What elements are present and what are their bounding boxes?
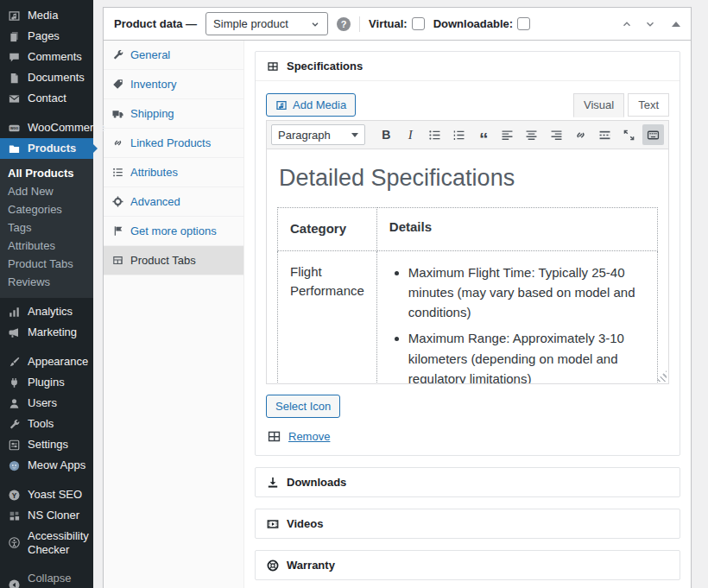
bold-button[interactable]: B (376, 124, 397, 145)
woocommerce-icon: woo (7, 121, 21, 135)
tab-linked-products[interactable]: Linked Products (104, 129, 243, 158)
section-warranty-header[interactable]: Warranty (256, 551, 680, 579)
column-header-details: Details (376, 208, 657, 251)
paragraph-format-select[interactable]: Paragraph (271, 124, 365, 145)
product-data-header: Product data — Simple product ? Virtual:… (104, 8, 691, 41)
read-more-icon[interactable] (594, 124, 616, 145)
toolbar-toggle-icon[interactable] (642, 124, 664, 145)
submenu-item-add-new[interactable]: Add New (0, 182, 93, 200)
section-specifications-header[interactable]: Specifications (256, 52, 680, 81)
list-item: Maximum Range: Approximately 3-10 kilome… (408, 328, 645, 384)
tab-inventory[interactable]: Inventory (104, 70, 243, 99)
submenu-item-reviews[interactable]: Reviews (0, 273, 93, 291)
align-center-icon[interactable] (521, 124, 542, 145)
sidebar-item-yoast-seo[interactable]: Y Yoast SEO (0, 484, 93, 505)
sidebar-item-woocommerce[interactable]: woo WooCommerce (0, 117, 93, 138)
sidebar-item-analytics[interactable]: Analytics (0, 301, 93, 322)
sidebar-item-label: Media (28, 9, 58, 22)
sidebar-item-label: Marketing (28, 326, 77, 339)
blockquote-button[interactable]: “ (472, 124, 494, 145)
toggle-panel-icon[interactable] (667, 22, 680, 27)
sidebar-item-media[interactable]: Media (0, 5, 93, 26)
sidebar-item-documents[interactable]: Documents (0, 67, 93, 88)
align-left-icon[interactable] (496, 124, 518, 145)
link-icon[interactable] (570, 124, 591, 145)
download-icon (266, 475, 281, 490)
product-data-body: General Inventory Shipping Linked Produc… (104, 41, 691, 588)
sidebar-item-appearance[interactable]: Appearance (0, 351, 93, 372)
section-title: Downloads (287, 476, 346, 489)
analytics-icon (7, 305, 21, 319)
tab-visual[interactable]: Visual (573, 93, 624, 117)
product-type-value: Simple product (213, 17, 288, 30)
sidebar-item-label: Meow Apps (28, 458, 85, 472)
editor-content[interactable]: Detailed Specifications Category Details (266, 149, 669, 384)
virtual-checkbox[interactable] (412, 17, 425, 30)
media-icon (275, 99, 288, 111)
comments-icon (7, 50, 21, 64)
sidebar-item-label: Yoast SEO (28, 488, 82, 502)
tab-general[interactable]: General (104, 41, 243, 70)
wp-admin-page: Media Pages Comments Documents Contact w… (0, 0, 708, 588)
section-warranty: Warranty (255, 550, 680, 580)
sidebar-item-users[interactable]: Users (0, 393, 93, 414)
divider (359, 16, 360, 32)
italic-button[interactable]: I (400, 124, 421, 145)
sidebar-item-tools[interactable]: Tools (0, 414, 93, 434)
add-media-button[interactable]: Add Media (266, 93, 356, 117)
products-icon (7, 142, 21, 155)
accessibility-icon (7, 536, 21, 550)
tab-product-tabs[interactable]: Product Tabs (104, 246, 243, 275)
help-icon[interactable]: ? (337, 17, 351, 31)
submenu-item-all-products[interactable]: All Products (0, 164, 93, 182)
sidebar-item-accessibility-checker[interactable]: Accessibility Checker (0, 526, 93, 560)
sidebar-item-marketing[interactable]: Marketing (0, 322, 93, 343)
submenu-item-tags[interactable]: Tags (0, 218, 93, 237)
section-videos-header[interactable]: Videos (256, 509, 680, 538)
sidebar-item-collapse-menu[interactable]: Collapse menu (0, 568, 93, 588)
move-down-icon[interactable] (644, 18, 656, 30)
meow-apps-icon (7, 458, 21, 472)
sidebar-item-pages[interactable]: Pages (0, 26, 93, 47)
sidebar-item-meow-apps[interactable]: Meow Apps (0, 455, 93, 476)
chevron-down-icon (351, 133, 358, 137)
submenu-item-attributes[interactable]: Attributes (0, 237, 93, 255)
section-specifications: Specifications Add Media Visual Text (255, 51, 680, 456)
fullscreen-icon[interactable] (618, 124, 640, 145)
sidebar-item-label: Analytics (28, 305, 73, 319)
remove-link[interactable]: Remove (288, 430, 330, 443)
tab-label: Get more options (130, 224, 217, 237)
sidebar-item-plugins[interactable]: Plugins (0, 372, 93, 393)
details-cell: Maximum Flight Time: Typically 25-40 min… (376, 250, 657, 384)
product-data-postbox: Product data — Simple product ? Virtual:… (103, 7, 692, 588)
submenu-item-categories[interactable]: Categories (0, 200, 93, 218)
product-type-select[interactable]: Simple product (205, 12, 328, 35)
move-up-icon[interactable] (621, 18, 633, 30)
sidebar-item-contact[interactable]: Contact (0, 88, 93, 109)
media-icon (7, 9, 21, 22)
wrench-icon (111, 48, 124, 61)
remove-row: Remove (266, 428, 669, 445)
tab-shipping[interactable]: Shipping (104, 99, 243, 129)
numbered-list-icon[interactable] (448, 124, 470, 145)
submenu-item-product-tabs[interactable]: Product Tabs (0, 255, 93, 273)
sidebar-item-products[interactable]: Products (0, 138, 93, 159)
select-icon-button[interactable]: Select Icon (266, 395, 340, 418)
sidebar-item-comments[interactable]: Comments (0, 47, 93, 67)
sidebar-item-settings[interactable]: Settings (0, 434, 93, 455)
sidebar-item-label: Users (28, 396, 57, 410)
downloadable-checkbox[interactable] (517, 17, 530, 30)
tab-attributes[interactable]: Attributes (104, 158, 243, 187)
tab-advanced[interactable]: Advanced (104, 187, 243, 217)
tab-get-more-options[interactable]: Get more options (104, 217, 243, 246)
section-downloads-header[interactable]: Downloads (256, 468, 680, 496)
sidebar-item-label: Appearance (28, 355, 88, 369)
table-row: Flight Performance Maximum Flight Time: … (278, 250, 658, 384)
sidebar-item-ns-cloner[interactable]: NS Cloner (0, 505, 93, 526)
tab-label: Attributes (130, 166, 178, 179)
align-right-icon[interactable] (545, 124, 566, 145)
section-title: Specifications (287, 60, 363, 73)
editor-heading: Detailed Specifications (279, 165, 656, 192)
bullet-list-icon[interactable] (424, 124, 446, 145)
tab-text[interactable]: Text (628, 93, 669, 117)
